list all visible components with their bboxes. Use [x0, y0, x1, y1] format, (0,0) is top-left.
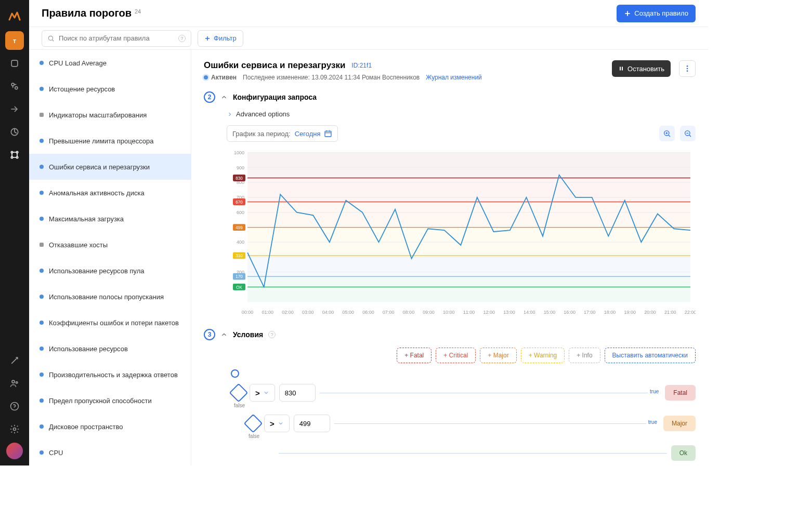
svg-rect-26 — [247, 256, 690, 276]
svg-point-16 — [687, 65, 688, 67]
rail-btn-magic[interactable] — [5, 351, 24, 370]
svg-text:08:00: 08:00 — [403, 310, 415, 315]
auto-set-button[interactable]: Выставить автоматически — [605, 348, 696, 363]
status-dot — [40, 269, 44, 273]
status-dot — [40, 295, 44, 299]
rail-btn-3[interactable] — [5, 100, 24, 118]
rail-btn-5[interactable] — [5, 145, 24, 164]
step-3-badge: 3 — [204, 329, 215, 340]
nav-rail: т — [0, 0, 29, 466]
rule-list-item[interactable]: Аномальная активность диска — [29, 180, 191, 206]
rule-name: Истощение ресурсов — [49, 85, 115, 93]
rule-list-item[interactable]: Предел пропускной способности — [29, 388, 191, 414]
rule-list-item[interactable]: Истощение ресурсов — [29, 76, 191, 102]
changelog-link[interactable]: Журнал изменений — [426, 74, 482, 81]
page-title: Правила порогов24 — [42, 7, 141, 19]
add-critical-button[interactable]: + Critical — [436, 348, 476, 363]
svg-text:05:00: 05:00 — [342, 310, 354, 315]
rules-list: CPU Load AverageИстощение ресурсовИндика… — [29, 50, 191, 466]
create-rule-button[interactable]: Создать правило — [617, 5, 696, 22]
svg-text:400: 400 — [237, 240, 244, 245]
condition-node[interactable] — [244, 414, 263, 433]
svg-text:19:00: 19:00 — [624, 310, 636, 315]
status-dot — [40, 398, 44, 403]
zoom-in-button[interactable] — [659, 126, 675, 141]
svg-rect-23 — [247, 178, 690, 202]
svg-text:03:00: 03:00 — [302, 310, 314, 315]
rule-list-item[interactable]: Максимальная загрузка — [29, 206, 191, 232]
rule-list-item[interactable]: Ошибки сервиса и перезагрузки — [29, 154, 191, 180]
add-major-button[interactable]: + Major — [480, 348, 516, 363]
search-icon — [47, 35, 55, 42]
rail-btn-1[interactable] — [5, 54, 24, 73]
rail-btn-users[interactable] — [5, 374, 24, 393]
add-info-button[interactable]: + Info — [569, 348, 600, 363]
status-dot — [40, 450, 44, 455]
rule-list-item[interactable]: Коэффициенты ошибок и потери пакетов — [29, 310, 191, 336]
svg-text:310: 310 — [236, 254, 243, 258]
svg-rect-22 — [247, 153, 690, 178]
rule-list-item[interactable]: Дисковое пространство — [29, 414, 191, 440]
svg-text:12:00: 12:00 — [483, 310, 495, 315]
rule-list-item[interactable]: Превышение лимита процессора — [29, 128, 191, 154]
search-input-wrap[interactable]: ? — [42, 30, 191, 47]
rail-btn-2[interactable] — [5, 77, 24, 96]
svg-text:18:00: 18:00 — [604, 310, 616, 315]
search-help-icon[interactable]: ? — [178, 35, 186, 42]
chevron-up-icon[interactable] — [220, 94, 228, 101]
filter-button[interactable]: Фильтр — [198, 30, 243, 47]
svg-text:21:00: 21:00 — [664, 310, 676, 315]
pause-icon — [618, 65, 624, 72]
condition-start-node — [231, 369, 239, 378]
stop-button[interactable]: Остановить — [612, 60, 671, 77]
search-input[interactable] — [59, 34, 174, 42]
calendar-icon — [324, 129, 332, 138]
add-warning-button[interactable]: + Warning — [521, 348, 565, 363]
rule-list-item[interactable]: Использование полосы пропускания — [29, 284, 191, 310]
threshold-input[interactable] — [294, 415, 330, 432]
add-fatal-button[interactable]: + Fatal — [397, 348, 431, 363]
result-tag: Major — [663, 416, 696, 431]
chevron-up-icon[interactable] — [220, 331, 228, 338]
user-avatar[interactable] — [6, 443, 23, 459]
rule-list-item[interactable]: CPU Load Average — [29, 50, 191, 76]
conditions-help-icon[interactable]: ? — [268, 331, 276, 338]
svg-point-13 — [48, 36, 53, 40]
chevron-down-icon — [263, 390, 269, 396]
rail-btn-settings[interactable] — [5, 420, 24, 438]
zoom-out-button[interactable] — [680, 126, 696, 141]
period-selector[interactable]: График за период: Сегодня — [227, 125, 338, 142]
rule-list-item[interactable]: Производительность и задержка ответов — [29, 362, 191, 388]
rule-list-item[interactable]: CPU — [29, 440, 191, 466]
rule-name: Максимальная загрузка — [49, 215, 124, 223]
operator-select[interactable]: > — [250, 384, 275, 402]
rail-btn-4[interactable] — [5, 123, 24, 141]
svg-text:OK: OK — [236, 285, 242, 289]
rail-btn-help[interactable] — [5, 397, 24, 416]
rule-list-item[interactable]: Использование ресурсов — [29, 336, 191, 362]
svg-point-5 — [11, 151, 12, 153]
rule-list-item[interactable]: Использование ресурсов пула — [29, 258, 191, 284]
status-dot — [40, 87, 44, 91]
result-tag: Fatal — [665, 385, 696, 401]
svg-point-2 — [11, 83, 14, 86]
svg-point-18 — [687, 70, 688, 72]
svg-text:13:00: 13:00 — [503, 310, 515, 315]
more-menu-button[interactable] — [679, 60, 696, 77]
svg-text:17:00: 17:00 — [584, 310, 596, 315]
rule-name: Предел пропускной способности — [49, 397, 152, 405]
status-dot — [40, 61, 44, 65]
operator-select[interactable]: > — [264, 415, 290, 432]
rule-list-item[interactable]: Отказавшие хосты — [29, 232, 191, 258]
status-dot — [40, 243, 44, 247]
svg-point-0 — [19, 19, 21, 21]
rail-btn-tenant[interactable]: т — [5, 31, 24, 50]
chart: 1002003004005006007008009001000830670499… — [227, 147, 696, 318]
threshold-input[interactable] — [279, 384, 316, 402]
status-dot — [40, 373, 44, 377]
rule-name: Ошибки сервиса и перезагрузки — [49, 163, 150, 171]
rule-list-item[interactable]: Индикаторы масштабирования — [29, 102, 191, 128]
filter-bar: ? Фильтр — [29, 27, 708, 50]
condition-node[interactable] — [229, 383, 248, 403]
advanced-options-toggle[interactable]: Advanced options — [227, 110, 696, 118]
